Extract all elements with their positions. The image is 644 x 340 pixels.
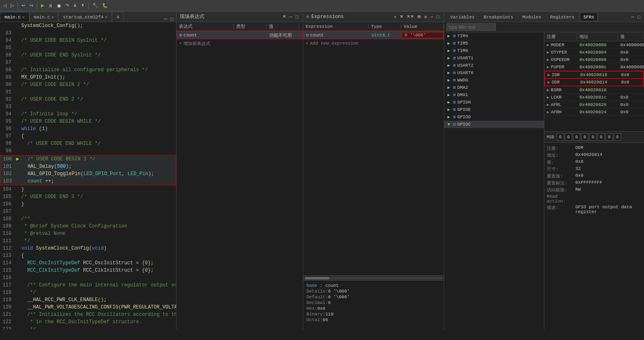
toolbar-btn-redo[interactable]: ↪ — [28, 2, 35, 9]
sfr-minimize-btn[interactable]: ─ — [630, 14, 636, 20]
expr-icon-count: ⊞ — [179, 33, 182, 38]
sfr-detail-val-size: 32 — [575, 166, 581, 172]
bit-3[interactable]: 0 — [581, 133, 588, 141]
sfr-row-OSPEEDR[interactable]: ▶ OSPEEDR 0x40020808 0x0 — [544, 56, 644, 63]
tab-modules[interactable]: Modules — [519, 12, 545, 21]
tab-main-c-2[interactable]: main.c ✕ — [29, 12, 59, 22]
bit-7[interactable]: 0 — [614, 133, 621, 141]
code-line-118: 118 */ — [0, 289, 176, 296]
sfr-item-USART1[interactable]: ▶ ⊞ USART1 — [444, 54, 544, 62]
watch-add-row[interactable]: + Add new expression — [303, 39, 444, 47]
bit-6[interactable]: 0 — [606, 133, 613, 141]
watch-add-btn[interactable]: + — [393, 14, 398, 20]
watch-minimize-btn[interactable]: ─ — [429, 14, 435, 20]
tab-close-2[interactable]: ✕ — [51, 15, 54, 20]
tab-close-1[interactable]: ✕ — [22, 15, 25, 20]
sfr-maximize-btn[interactable]: □ — [636, 14, 642, 20]
tab-main-c-1[interactable]: main.c ✕ — [0, 12, 29, 22]
sfr-expand-PUPDR: ▶ — [547, 65, 549, 70]
watch-del-btn[interactable]: ✕ — [398, 14, 405, 20]
watch-detail-binary-label: Binary: — [306, 312, 325, 317]
add-expr-label: 增加新表达式 — [183, 41, 210, 47]
code-panel-maximize[interactable]: □ — [169, 16, 174, 22]
toolbar-btn-pause[interactable]: ⏸ — [47, 2, 54, 9]
toolbar-btn-step-out[interactable]: ↟ — [79, 2, 86, 9]
watch-del-all-btn[interactable]: ✕✕ — [405, 14, 415, 20]
tab-registers[interactable]: Registers — [546, 12, 578, 21]
watch-scrollbar[interactable] — [303, 275, 444, 280]
sfr-item-TIM9[interactable]: ▶ ⊞ TIM9 — [444, 47, 544, 54]
bit-2[interactable]: 0 — [573, 133, 580, 141]
sfr-item-GPIOE[interactable]: ▶ ⊞ GPIOE — [444, 106, 544, 113]
sfr-row-AFRL[interactable]: ▶ AFRL 0x40020820 0x0 — [544, 101, 644, 108]
sfr-row-ODR[interactable]: ▶ ODR 0x40020814 0x0 — [545, 79, 644, 86]
watch-panel-header: ⊞ Expressions + ✕ ✕✕ ⊕ ≡ ─ □ — [303, 11, 444, 22]
toolbar-btn-build[interactable]: 🔨 — [91, 2, 100, 9]
expr-table-header: 表达式 类型 值 — [177, 22, 303, 31]
sfr-item-DMA1[interactable]: ▶ ⊞ DMA1 — [444, 91, 544, 99]
tab-breakpoints[interactable]: Breakpoints — [480, 12, 517, 21]
bit-1[interactable]: 0 — [565, 133, 572, 141]
toolbar-btn-debug[interactable]: 🐛 — [101, 2, 110, 9]
tab-4[interactable]: 4 — [112, 12, 124, 22]
sfr-row-OTYPER[interactable]: ▶ OTYPER 0x40020804 0x0 — [544, 49, 644, 56]
tab-variables[interactable]: Variables — [447, 12, 478, 21]
sfr-item-GPIOH[interactable]: ▶ ⊞ GPIOH — [444, 99, 544, 106]
toolbar-btn-step-into[interactable]: ↡ — [72, 2, 78, 9]
code-panel-minimize[interactable]: ─ — [163, 16, 169, 22]
sfr-filter-input[interactable] — [447, 23, 496, 31]
watch-detail-hex-label: Hex: — [306, 306, 317, 311]
watch-settings-btn[interactable]: ≡ — [423, 14, 428, 20]
sfr-row-AFRH[interactable]: ▶ AFRH 0x40020824 0x0 — [544, 108, 644, 116]
sfr-row-PUPDR[interactable]: ▶ PUPDR 0x4002080c 0x4000000 — [544, 63, 644, 71]
sfr-item-GPIOC[interactable]: ▼ ⊟ GPIOC — [444, 121, 544, 128]
toolbar-btn-undo[interactable]: ↩ — [20, 2, 27, 9]
toolbar-btn-step-over[interactable]: ↷ — [64, 2, 71, 9]
toolbar-btn-forward[interactable]: ▷ — [9, 2, 16, 9]
expr-close-btn[interactable]: ✕ — [281, 14, 287, 20]
toolbar-btn-run[interactable]: ▶ — [39, 2, 46, 9]
sfr-row-LCKR[interactable]: ▶ LCKR 0x4002081c 0x0 — [544, 94, 644, 101]
expr-minimize-btn[interactable]: ─ — [288, 14, 294, 20]
sfr-item-USART6[interactable]: ▶ ⊞ USART6 — [444, 69, 544, 77]
tab-close-startup[interactable]: ✕ — [105, 15, 107, 20]
sfr-expand-IDR: ▶ — [548, 72, 550, 77]
sfr-icon-DMA1: ⊞ — [453, 92, 456, 97]
add-expr-row[interactable]: + 增加新表达式 — [177, 39, 303, 47]
sfr-row-IDR[interactable]: ▶ IDR 0x40020810 0x0 — [545, 71, 644, 79]
code-editor[interactable]: SystemClock_Config(); 83 84 /* USER CODE… — [0, 22, 176, 329]
sfr-item-TIM5[interactable]: ▶ ⊞ TIM5 — [444, 40, 544, 47]
sfr-detail-row-read: Read action: — [547, 194, 642, 204]
watch-row-count[interactable]: ⊞ count uint8_t 6 '\006' — [303, 31, 444, 39]
sfr-detail-val-addr: 0x40020814 — [575, 152, 602, 158]
expr-maximize-btn[interactable]: □ — [294, 14, 300, 20]
toolbar-btn-back[interactable]: ◁ — [2, 2, 8, 9]
sfr-row-BSRR[interactable]: ▶ BSRR 0x40020818 — [544, 86, 644, 94]
code-line-109: 109 * @brief System Clock Configuration — [0, 223, 176, 230]
sfr-item-TIM4[interactable]: ▶ ⊞ TIM4 — [444, 32, 544, 40]
expr-row-count[interactable]: ⊞ count 功能不可用 — [177, 31, 303, 39]
tab-label-4: 4 — [116, 15, 119, 20]
tab-startup[interactable]: startup_stm32f4 ✕ — [58, 12, 112, 22]
toolbar-btn-stop[interactable]: ⏹ — [55, 2, 63, 9]
watch-scrollbar-thumb[interactable] — [305, 277, 329, 279]
watch-table-header: Expression Type Value — [303, 22, 444, 31]
sfr-item-USART2[interactable]: ▶ ⊞ USART2 — [444, 62, 544, 69]
sfr-item-GPIOD[interactable]: ▶ ⊞ GPIOD — [444, 113, 544, 121]
code-line-119: 119 __HAL_RCC_PWR_CLK_ENABLE(); — [0, 296, 176, 304]
watch-copy-btn[interactable]: ⊕ — [416, 14, 422, 20]
sfr-row-MODER[interactable]: ▶ MODER 0x40020800 0x4000000 — [544, 41, 644, 49]
tab-sfrs[interactable]: SFRs — [580, 12, 598, 21]
sfr-item-WWDG[interactable]: ▶ ⊞ WWDG — [444, 77, 544, 84]
sfr-detail-val-reset-mask: 0xFFFFFFFF — [575, 180, 602, 186]
sfr-addr-PUPDR: 0x4002080c — [577, 65, 618, 70]
bit-5[interactable]: 0 — [597, 133, 605, 141]
sfr-item-DMA2[interactable]: ▶ ⊞ DMA2 — [444, 84, 544, 91]
sfr-icon-GPIOH: ⊞ — [453, 100, 456, 105]
tab-label: main.c — [4, 15, 21, 20]
bit-4[interactable]: 0 — [589, 133, 597, 141]
bit-0[interactable]: 0 — [557, 133, 564, 141]
code-line-120: 120 __HAL_PWR_VOLTAGESCALING_CONFIG(PWR_… — [0, 304, 176, 311]
watch-maximize-btn[interactable]: □ — [435, 14, 441, 20]
sfr-expand-OTYPER: ▶ — [547, 50, 549, 55]
